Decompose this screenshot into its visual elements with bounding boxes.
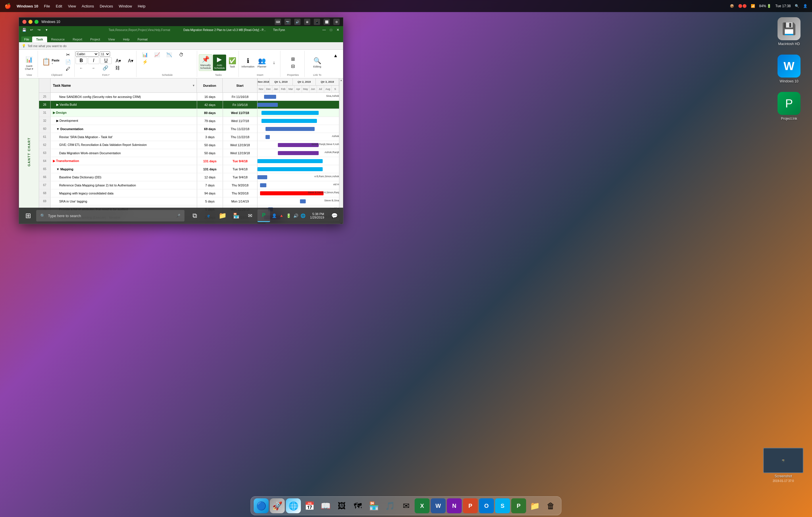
row-name-67[interactable]: Reference Data Mapping (phase 2) list to…	[51, 181, 197, 189]
tell-me-text[interactable]: Tell me what you want to do	[28, 44, 67, 48]
start-header[interactable]: Start	[223, 79, 257, 92]
dock-powerpoint[interactable]: P	[463, 498, 478, 513]
file-explorer-button[interactable]: 📁	[216, 209, 229, 222]
spotlight-icon[interactable]: 🔍	[795, 4, 799, 8]
indent-button[interactable]: →	[88, 65, 99, 71]
font-color-button[interactable]: A▾	[125, 57, 137, 64]
fullscreen-icon[interactable]: ⬜	[323, 19, 330, 25]
table-row[interactable]: 67 Reference Data Mapping (phase 2) list…	[39, 181, 339, 189]
table-row[interactable]: 32 ▶ Development 79 days Wed 11/7/18	[39, 117, 339, 125]
dock-photos[interactable]: 🖼	[334, 498, 349, 513]
planner-button[interactable]: 👥 Planner	[256, 56, 268, 69]
keyboard-icon[interactable]: ⌨	[275, 19, 281, 25]
table-row[interactable]: 69 SRA in Use' tagging 5 days Mon 1/14/1…	[39, 197, 339, 205]
task-name-filter-icon[interactable]: ▾	[193, 84, 194, 87]
row-name-63[interactable]: Data Migration Work-stream Documentation	[51, 149, 197, 157]
task-name-header[interactable]: Task Name ▾	[51, 79, 197, 92]
duration-header[interactable]: Duration	[197, 79, 223, 92]
minimize-button[interactable]	[28, 20, 32, 24]
row-name-68[interactable]: Mapping with legacy consolidated data	[51, 189, 197, 197]
screen-icon[interactable]: 🖥	[304, 19, 310, 25]
dock-appstore[interactable]: 🏪	[366, 498, 381, 513]
table-row[interactable]: 66 Baseline Data Dictionary (DD) 12 days…	[39, 173, 339, 181]
link-button[interactable]: 🔗	[100, 65, 111, 71]
menu-help[interactable]: Help	[138, 4, 145, 8]
schedule-btn3[interactable]: 📉	[164, 52, 175, 58]
insert-down-button[interactable]: ↓	[268, 59, 280, 66]
tab-task[interactable]: Task	[32, 36, 47, 42]
row-name-62[interactable]: GIVE: CRM ETL Reconciliation & Data Vali…	[51, 141, 197, 149]
tray-sound-icon[interactable]: 🔊	[293, 213, 298, 218]
maximize-button[interactable]	[34, 20, 38, 24]
font-size-select[interactable]: 11	[100, 52, 110, 57]
menu-window[interactable]: Window	[119, 4, 132, 8]
taskbar-search[interactable]: 🔍 Type here to search 🎤	[36, 210, 184, 221]
gantt-chart-button[interactable]: 📊 GanttChart ▾	[23, 54, 36, 71]
menu-devices[interactable]: Devices	[100, 4, 113, 8]
auto-schedule-button[interactable]: ▶ AutoSchedule	[213, 55, 226, 71]
tab-view[interactable]: View	[104, 36, 119, 42]
notification-button[interactable]: 💬	[329, 210, 340, 221]
macintosh-hd-icon[interactable]: 💾 Macintosh HD	[772, 17, 806, 46]
dock-trash[interactable]: 🗑	[543, 498, 558, 513]
row-name-26[interactable]: ▶ Vanilla Build	[51, 101, 197, 109]
dropdown-icon[interactable]: ▾	[44, 27, 50, 33]
row-name-66[interactable]: Baseline Data Dictionary (DD)	[51, 173, 197, 181]
dock-project-ms[interactable]: P	[511, 498, 526, 513]
row-name-60[interactable]: ▼ Documentation	[51, 125, 197, 133]
row-name-32[interactable]: ▶ Development	[51, 117, 197, 125]
highlight-button[interactable]: A▾	[113, 57, 124, 64]
dock-mail[interactable]: ✉	[399, 498, 413, 513]
row-name-31[interactable]: ▶ Design	[51, 109, 197, 117]
close-button[interactable]	[22, 20, 26, 24]
projectink-icon[interactable]: P Project.Ink	[772, 92, 806, 121]
table-row[interactable]: 60 ▼ Documentation 69 days Thu 11/22/18	[39, 125, 339, 133]
camera-icon[interactable]: 📷	[285, 19, 291, 25]
dock-word[interactable]: W	[431, 498, 446, 513]
dock-maps[interactable]: 🗺	[350, 498, 365, 513]
taskbar-time-display[interactable]: 5:38 PM 1/29/2019	[310, 212, 324, 219]
start-button[interactable]: ⊞	[22, 209, 34, 222]
italic-button[interactable]: I	[88, 57, 99, 64]
mail-button[interactable]: ✉	[244, 209, 256, 222]
menu-actions[interactable]: Actions	[82, 4, 94, 8]
windows10-icon[interactable]: W Windows 10	[772, 55, 806, 83]
schedule-btn1[interactable]: 📊	[139, 52, 151, 58]
outdent-button[interactable]: ←	[76, 65, 87, 71]
dock-finder-folder[interactable]: 📁	[527, 498, 542, 513]
restore-window-icon[interactable]: □	[328, 27, 334, 33]
close-window-icon[interactable]: ✕	[335, 27, 341, 33]
menu-view[interactable]: View	[68, 4, 76, 8]
manually-schedule-button[interactable]: 📌 ManuallySchedule	[199, 54, 213, 71]
tab-help[interactable]: Help	[119, 36, 134, 42]
row-name-61[interactable]: Revise 'SRA Data Migration - Task list'	[51, 133, 197, 141]
tab-project[interactable]: Project	[86, 36, 104, 42]
underline-button[interactable]: U	[100, 57, 112, 64]
table-row[interactable]: 63 Data Migration Work-stream Documentat…	[39, 149, 339, 157]
dock-calendar[interactable]: 📅	[302, 498, 317, 513]
schedule-btn2[interactable]: 📈	[151, 52, 163, 58]
paste-button[interactable]: 📋 Paste ▾	[40, 56, 62, 67]
row-name-64[interactable]: ▶ Transformation	[51, 157, 197, 165]
sound-icon[interactable]: 🔊	[294, 19, 300, 25]
save-icon[interactable]: 💾	[21, 27, 27, 33]
apple-menu[interactable]: 🍎	[5, 3, 11, 9]
tray-battery-icon[interactable]: 🔋	[286, 213, 291, 218]
table-row[interactable]: 26 ▶ Vanilla Build 42 days Fri 10/5/18	[39, 101, 339, 109]
dock-finder[interactable]: 🔵	[254, 498, 269, 513]
task-view-button[interactable]: ⧉	[188, 209, 201, 222]
tab-resource[interactable]: Resource	[47, 36, 69, 42]
dock-safari[interactable]: 🌐	[286, 498, 301, 513]
dock-skype[interactable]: S	[495, 498, 510, 513]
vertical-scrollbar[interactable]: ▲ ▼	[339, 79, 343, 224]
tab-report[interactable]: Report	[69, 36, 86, 42]
bold-button[interactable]: B	[76, 57, 87, 64]
edge-browser-button[interactable]: e	[202, 209, 215, 222]
format-paint-button[interactable]: 🖊	[62, 66, 74, 72]
redo-icon[interactable]: ↪	[36, 27, 42, 33]
row-name-25[interactable]: New SANDBOX config (Security roles for a…	[51, 93, 197, 100]
store-button[interactable]: 🏪	[230, 209, 242, 222]
table-row[interactable]: 65 ▼ Mapping 131 days Tue 9/4/18	[39, 165, 339, 173]
dock-contacts[interactable]: 📖	[318, 498, 333, 513]
row-name-65[interactable]: ▼ Mapping	[51, 165, 197, 173]
